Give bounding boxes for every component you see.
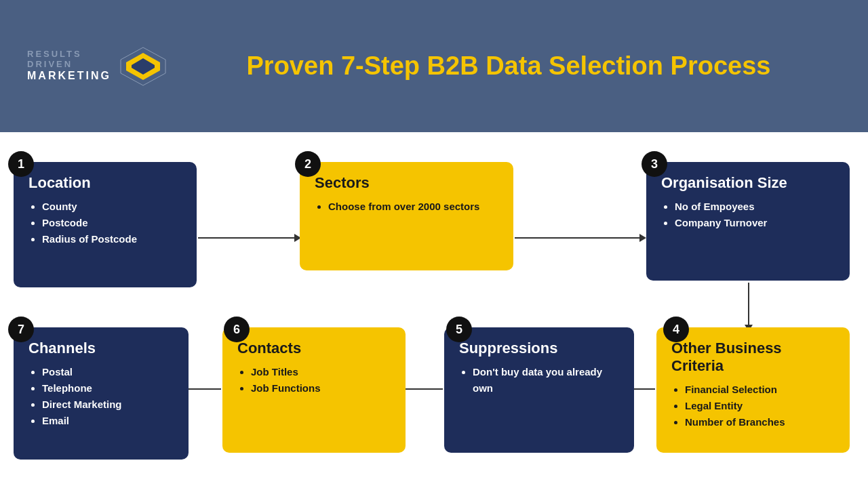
list-item: Company Turnover	[675, 215, 835, 231]
list-item: No of Empoyees	[675, 199, 835, 215]
step-circle-5: 5	[446, 317, 472, 342]
card-sectors-title: Sectors	[315, 174, 498, 192]
list-item: Direct Marketing	[42, 396, 174, 413]
arrow-1-2	[198, 237, 300, 239]
card-contacts: Contacts Job Titles Job Functions	[222, 327, 406, 453]
card-org-size-title: Organisation Size	[661, 174, 835, 192]
card-channels: Channels Postal Telephone Direct Marketi…	[14, 327, 189, 460]
card-other-biz-title: Other Business Criteria	[671, 340, 835, 375]
list-item: Email	[42, 413, 174, 429]
list-item: Telephone	[42, 380, 174, 396]
arrow-3-4	[748, 283, 749, 330]
card-location-title: Location	[28, 174, 182, 192]
list-item: Number of Branches	[685, 414, 835, 430]
step-circle-3: 3	[642, 151, 667, 177]
card-suppressions-list: Don't buy data you already own	[459, 364, 619, 396]
arrow-2-3	[515, 237, 645, 239]
logo-text: RESULTS DRIVEN MARKETING	[27, 49, 111, 82]
list-item: Radius of Postcode	[42, 231, 182, 247]
list-item: Postcode	[42, 215, 182, 231]
logo-area: RESULTS DRIVEN MARKETING	[27, 46, 217, 87]
list-item: Postal	[42, 364, 174, 380]
list-item: Financial Selection	[685, 382, 835, 398]
main-diagram: 1 Location County Postcode Radius of Pos…	[0, 132, 868, 488]
card-suppressions: Suppressions Don't buy data you already …	[444, 327, 634, 453]
card-contacts-list: Job Titles Job Functions	[237, 364, 391, 396]
logo-line2: DRIVEN	[27, 60, 111, 70]
logo-line3: MARKETING	[27, 70, 111, 82]
logo-line1: RESULTS	[27, 49, 111, 60]
list-item: County	[42, 199, 182, 215]
step-circle-7: 7	[8, 317, 34, 342]
card-org-size-list: No of Empoyees Company Turnover	[661, 199, 835, 231]
step-circle-1: 1	[8, 151, 34, 177]
card-channels-list: Postal Telephone Direct Marketing Email	[28, 364, 174, 429]
step-circle-6: 6	[224, 317, 250, 342]
list-item: Don't buy data you already own	[473, 364, 619, 396]
card-sectors: Sectors Choose from over 2000 sectors	[300, 162, 513, 270]
list-item: Choose from over 2000 sectors	[328, 199, 498, 215]
card-location-list: County Postcode Radius of Postcode	[28, 199, 182, 247]
list-item: Job Titles	[251, 364, 391, 380]
card-channels-title: Channels	[28, 340, 174, 357]
card-sectors-list: Choose from over 2000 sectors	[315, 199, 498, 215]
card-location: Location County Postcode Radius of Postc…	[14, 162, 197, 287]
card-org-size: Organisation Size No of Empoyees Company…	[646, 162, 850, 281]
step-circle-4: 4	[663, 317, 689, 342]
logo-icon	[119, 46, 167, 87]
card-contacts-title: Contacts	[237, 340, 391, 357]
card-other-biz: Other Business Criteria Financial Select…	[656, 327, 850, 453]
card-suppressions-title: Suppressions	[459, 340, 619, 357]
step-circle-2: 2	[295, 151, 321, 177]
header: RESULTS DRIVEN MARKETING Proven 7-Step B…	[0, 0, 868, 132]
card-other-biz-list: Financial Selection Legal Entity Number …	[671, 382, 835, 430]
list-item: Job Functions	[251, 380, 391, 396]
list-item: Legal Entity	[685, 398, 835, 414]
page-title: Proven 7-Step B2B Data Selection Process	[217, 52, 841, 81]
